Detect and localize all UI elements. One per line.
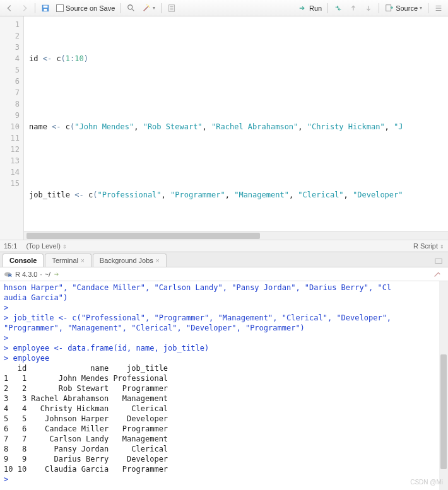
run-arrow-icon: [298, 4, 307, 13]
clear-console-button[interactable]: [430, 269, 444, 280]
wand-button[interactable]: ▾: [139, 3, 158, 14]
code-content[interactable]: id <- c(1:10) name <- c("John Mendes", "…: [24, 16, 448, 240]
source-button[interactable]: Source ▾: [382, 3, 425, 14]
r-version: R 4.3.0: [15, 271, 37, 278]
editor-hscrollbar[interactable]: [24, 231, 448, 240]
svg-rect-13: [386, 4, 391, 11]
outline-button[interactable]: [432, 3, 445, 14]
cursor-position: 15:1: [4, 242, 17, 250]
pane-collapse-button[interactable]: [432, 255, 445, 267]
watermark: CSDN @Mi: [410, 477, 443, 487]
svg-rect-2: [44, 8, 47, 11]
svg-point-7: [147, 4, 148, 5]
close-icon[interactable]: ×: [81, 257, 85, 264]
svg-rect-1: [44, 5, 48, 8]
code-editor[interactable]: 1 2 3 4 5 6 7 8 9 10 11 12 13 14 15 id <…: [0, 16, 448, 240]
close-icon[interactable]: ×: [156, 257, 160, 264]
svg-line-5: [144, 6, 148, 11]
back-button[interactable]: [3, 3, 16, 14]
checkbox-icon: [56, 4, 64, 12]
console-vscrollbar[interactable]: [439, 281, 448, 490]
tab-terminal[interactable]: Terminal×: [45, 254, 91, 267]
svg-point-3: [128, 4, 133, 9]
svg-line-4: [132, 8, 134, 11]
line-gutter: 1 2 3 4 5 6 7 8 9 10 11 12 13 14 15: [0, 16, 24, 240]
editor-statusbar: 15:1 (Top Level)⇕ R Script⇕: [0, 240, 448, 252]
source-icon: [385, 4, 394, 13]
svg-text:R: R: [8, 272, 12, 277]
source-label: Source: [396, 4, 418, 12]
up-button[interactable]: [346, 3, 360, 14]
tab-background-jobs[interactable]: Background Jobs×: [93, 254, 167, 267]
working-dir: ~/: [45, 271, 50, 278]
tab-console[interactable]: Console: [3, 254, 44, 267]
source-on-save-toggle[interactable]: Source on Save: [54, 3, 117, 13]
notebook-button[interactable]: [165, 3, 179, 14]
r-logo-icon: R: [4, 270, 13, 279]
svg-rect-17: [435, 259, 442, 264]
editor-toolbar: Source on Save ▾ Run Source ▾: [0, 0, 448, 16]
source-on-save-label: Source on Save: [66, 4, 115, 12]
console-output[interactable]: hnson Harper", "Candace Miller", "Carlso…: [0, 281, 448, 490]
bottom-tabs: Console Terminal× Background Jobs×: [0, 252, 448, 267]
run-button[interactable]: Run: [296, 3, 324, 14]
save-button[interactable]: [38, 3, 52, 14]
goto-dir-icon[interactable]: [53, 271, 61, 278]
svg-point-8: [150, 6, 150, 7]
console-header: R R 4.3.0 · ~/: [0, 267, 448, 281]
down-button[interactable]: [362, 3, 375, 14]
run-label: Run: [309, 4, 322, 12]
find-button[interactable]: [124, 3, 138, 14]
svg-point-6: [148, 5, 150, 6]
rerun-button[interactable]: [331, 3, 345, 14]
forward-button[interactable]: [18, 3, 32, 14]
scope-selector[interactable]: (Top Level)⇕: [26, 242, 66, 250]
file-type-selector[interactable]: R Script⇕: [413, 242, 444, 250]
